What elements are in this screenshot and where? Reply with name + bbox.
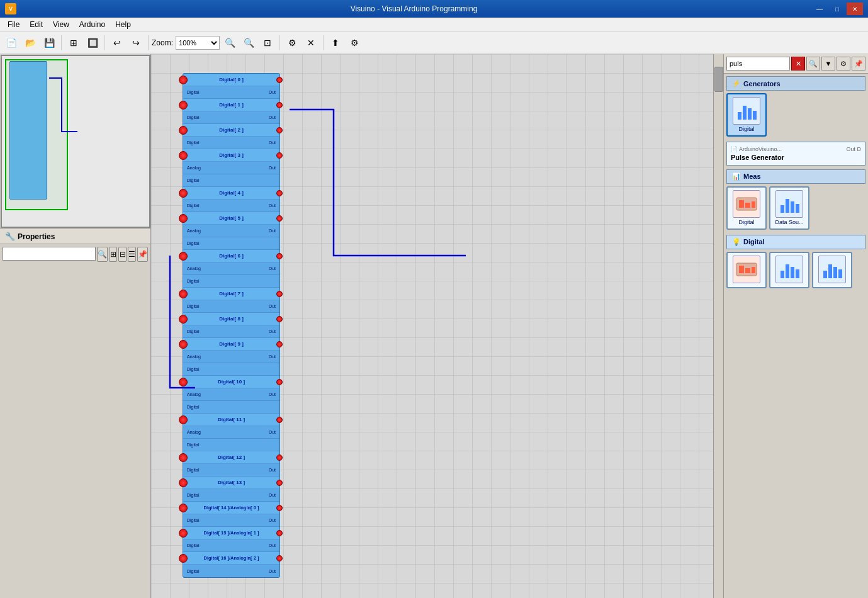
pin-left-16[interactable] xyxy=(179,554,188,563)
component-library[interactable]: ⚡ Generators Digital xyxy=(724,74,868,598)
minimize-button[interactable]: — xyxy=(811,3,828,15)
lib-item-digital-pulse-generator[interactable]: Digital xyxy=(726,93,767,137)
section-digital[interactable]: 💡 Digital xyxy=(726,235,865,249)
zoom-out-button[interactable]: 🔍 xyxy=(240,34,257,52)
pin-left-2[interactable] xyxy=(179,126,188,135)
menu-view[interactable]: View xyxy=(48,18,74,31)
pin-right-2[interactable] xyxy=(276,127,283,133)
menu-file[interactable]: File xyxy=(3,18,25,31)
section-meas[interactable]: 📊 Meas xyxy=(726,169,865,184)
properties-pin-btn[interactable]: 📌 xyxy=(137,247,148,262)
app-icon: V xyxy=(5,3,16,14)
pin-right-1[interactable] xyxy=(276,102,283,108)
pin-left-13[interactable] xyxy=(179,478,188,487)
upload-button[interactable]: ⬆ xyxy=(327,34,344,52)
canvas[interactable]: Digital[ 0 ] Digital Out Digital[ 1 ] Di… xyxy=(151,54,723,598)
lib-item-digital-2[interactable] xyxy=(769,252,809,288)
undo-button[interactable]: ↩ xyxy=(108,34,126,52)
pin-left-0[interactable] xyxy=(179,76,188,84)
zoom-fit-button[interactable]: ⊡ xyxy=(259,34,276,52)
delete-button[interactable]: ✕ xyxy=(302,34,320,52)
pin-left-15[interactable] xyxy=(179,529,188,538)
zoom-in-button[interactable]: 🔍 xyxy=(221,34,239,52)
pin-right-14[interactable] xyxy=(276,505,283,511)
pin-right-6[interactable] xyxy=(276,253,283,259)
menu-arduino[interactable]: Arduino xyxy=(74,18,110,31)
pin-left-5[interactable] xyxy=(179,214,188,223)
redo-button[interactable]: ↪ xyxy=(127,34,145,52)
separator-1 xyxy=(61,35,62,50)
properties-list-btn[interactable]: ☰ xyxy=(128,247,136,262)
pin-right-11[interactable] xyxy=(276,417,283,423)
pin-left-12[interactable] xyxy=(179,453,188,462)
scrollbar-thumb[interactable] xyxy=(714,67,723,92)
app-logo: V xyxy=(5,3,16,14)
search-clear-button[interactable]: ✕ xyxy=(791,57,805,71)
properties-filter-btn[interactable]: 🔍 xyxy=(97,247,108,262)
digital-pulse-gen-icon xyxy=(733,97,760,125)
lib-item-meas-digital[interactable]: Digital xyxy=(726,186,767,230)
pin-left-11[interactable] xyxy=(179,415,188,424)
pin-left-1[interactable] xyxy=(179,101,188,110)
toggle-grid-button[interactable]: ⊞ xyxy=(65,34,82,52)
pin-left-4[interactable] xyxy=(179,189,188,198)
minimap[interactable] xyxy=(1,55,150,228)
close-button[interactable]: ✕ xyxy=(847,3,863,15)
open-button[interactable]: 📂 xyxy=(21,34,39,52)
pin-left-14[interactable] xyxy=(179,504,188,512)
vertical-scrollbar[interactable] xyxy=(713,54,723,598)
pin-left-9[interactable] xyxy=(179,340,188,349)
lib-item-digital-1[interactable] xyxy=(726,252,767,288)
snap-button[interactable]: 🔲 xyxy=(84,34,101,52)
pin-right-5[interactable] xyxy=(276,215,283,222)
pin-left-7[interactable] xyxy=(179,290,188,298)
pin-row-4: Digital[ 4 ] xyxy=(183,187,279,200)
separator-5 xyxy=(323,35,324,50)
search-settings-button[interactable]: ⚙ xyxy=(837,57,850,71)
properties-collapse-btn[interactable]: ⊟ xyxy=(118,247,127,262)
digital-pulse-gen-label: Digital xyxy=(738,126,754,133)
arduino-mega-component[interactable]: Digital[ 0 ] Digital Out Digital[ 1 ] Di… xyxy=(183,73,280,578)
pin-left-8[interactable] xyxy=(179,315,188,324)
pin-row-2: Digital[ 2 ] xyxy=(183,124,279,137)
properties-search[interactable] xyxy=(3,247,96,261)
pin-row-digital10b: Digital xyxy=(183,401,279,414)
pin-right-8[interactable] xyxy=(276,316,283,322)
zoom-select[interactable]: 50% 75% 100% 125% 150% 200% xyxy=(176,36,220,50)
search-pin-button[interactable]: 📌 xyxy=(852,57,865,71)
meas-label: Meas xyxy=(743,172,761,180)
pin-right-7[interactable] xyxy=(276,291,283,297)
search-button[interactable]: 🔍 xyxy=(806,57,820,71)
new-button[interactable]: 📄 xyxy=(3,34,20,52)
pin-right-9[interactable] xyxy=(276,341,283,347)
canvas-area[interactable]: 10 20 30 40 50 30 40 50 Digital[ 0 ] xyxy=(151,54,723,598)
pin-right-0[interactable] xyxy=(276,77,283,83)
compile-button[interactable]: ⚙ xyxy=(283,34,301,52)
properties-expand-btn[interactable]: ⊞ xyxy=(109,247,117,262)
meas-digital-label: Digital xyxy=(738,219,754,226)
maximize-button[interactable]: □ xyxy=(829,3,845,15)
lib-item-data-source[interactable]: Data Sou... xyxy=(769,186,809,230)
pin-right-13[interactable] xyxy=(276,480,283,486)
pin-right-3[interactable] xyxy=(276,152,283,159)
pin-row-3: Digital[ 3 ] xyxy=(183,149,279,162)
pin-right-12[interactable] xyxy=(276,454,283,461)
pin-right-10[interactable] xyxy=(276,379,283,385)
save-button[interactable]: 💾 xyxy=(40,34,58,52)
svg-rect-6 xyxy=(745,203,750,208)
pin-left-3[interactable] xyxy=(179,151,188,160)
section-generators[interactable]: ⚡ Generators xyxy=(726,76,865,91)
lib-item-digital-3[interactable] xyxy=(812,252,852,288)
canvas-scroll[interactable]: 10 20 30 40 50 30 40 50 Digital[ 0 ] xyxy=(151,54,723,598)
menu-help[interactable]: Help xyxy=(110,18,136,31)
menu-edit[interactable]: Edit xyxy=(25,18,48,31)
settings-button[interactable]: ⚙ xyxy=(346,34,363,52)
pin-left-6[interactable] xyxy=(179,252,188,261)
pulse-generator-name: Pulse Generator xyxy=(731,154,861,161)
component-search-input[interactable] xyxy=(726,57,790,71)
pin-right-16[interactable] xyxy=(276,555,283,561)
search-filter-button[interactable]: ▼ xyxy=(821,57,835,71)
pin-right-4[interactable] xyxy=(276,190,283,196)
pin-right-15[interactable] xyxy=(276,530,283,536)
pin-left-10[interactable] xyxy=(179,378,188,386)
